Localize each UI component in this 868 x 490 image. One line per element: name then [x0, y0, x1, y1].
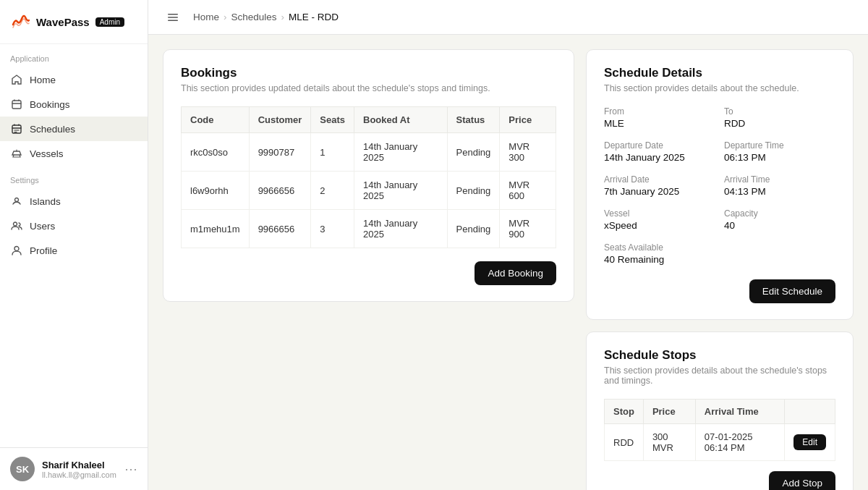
sidebar-item-schedules-label: Schedules	[30, 124, 75, 135]
main-area: Home › Schedules › MLE - RDD Bookings Th…	[148, 0, 868, 490]
content-area: Bookings This section provides updated d…	[148, 35, 868, 490]
svg-point-4	[14, 247, 19, 251]
schedule-details-grid: From MLE To RDD Departure Date 14th Janu…	[604, 106, 835, 265]
cell-status: Pending	[447, 210, 500, 248]
col-price: Price	[500, 107, 556, 133]
to-value: RDD	[724, 118, 835, 129]
col-status: Status	[447, 107, 500, 133]
arrival-time-label: Arrival Time	[724, 174, 835, 185]
sidebar-item-bookings[interactable]: Bookings	[0, 92, 148, 117]
to-label: To	[724, 106, 835, 117]
sidebar-item-vessels[interactable]: Vessels	[0, 141, 148, 166]
home-icon	[10, 73, 23, 86]
col-seats: Seats	[311, 107, 354, 133]
breadcrumb-home[interactable]: Home	[193, 12, 219, 22]
svg-rect-7	[168, 20, 178, 21]
stops-col-arrival-time: Arrival Time	[695, 400, 784, 424]
schedule-details-title: Schedule Details	[604, 66, 835, 80]
list-item: RDD 300 MVR 07-01-2025 06:14 PM Edit	[605, 424, 835, 461]
cell-booked-at: 14th January 2025	[354, 172, 448, 210]
departure-time-label: Departure Time	[724, 140, 835, 151]
cell-seats: 3	[311, 210, 354, 248]
detail-departure-time: Departure Time 06:13 PM	[724, 140, 835, 163]
user-email: ll.hawk.ll@gmail.com	[42, 470, 117, 479]
cell-customer: 9966656	[249, 172, 311, 210]
sidebar-item-islands[interactable]: Islands	[0, 189, 148, 214]
detail-to: To RDD	[724, 106, 835, 129]
cell-code: m1mehu1m	[182, 210, 250, 248]
table-row: l6w9orhh 9966656 2 14th January 2025 Pen…	[182, 172, 556, 210]
bookings-table: Code Customer Seats Booked At Status Pri…	[181, 106, 556, 248]
sidebar-item-home-label: Home	[30, 75, 56, 85]
svg-rect-6	[168, 17, 178, 18]
cell-seats: 2	[311, 172, 354, 210]
breadcrumb: Home › Schedules › MLE - RDD	[193, 12, 339, 22]
section-label-settings: Settings	[0, 166, 148, 189]
sidebar-item-schedules[interactable]: Schedules	[0, 117, 148, 141]
schedule-stops-title: Schedule Stops	[604, 348, 835, 363]
stop-cell-action: Edit	[785, 424, 835, 461]
schedule-stops-card: Schedule Stops This section provides det…	[586, 331, 854, 490]
right-panel: Schedule Details This section provides d…	[586, 49, 854, 476]
departure-time-value: 06:13 PM	[724, 152, 835, 163]
svg-rect-0	[12, 101, 21, 109]
bookings-card: Bookings This section provides updated d…	[163, 49, 574, 302]
islands-icon	[10, 195, 23, 208]
edit-stop-button[interactable]: Edit	[793, 434, 826, 450]
sidebar: WavePass Admin Application Home Bookings…	[0, 0, 148, 490]
add-booking-button[interactable]: Add Booking	[475, 261, 556, 285]
table-row: rkc0s0so 9990787 1 14th January 2025 Pen…	[182, 133, 556, 172]
cell-customer: 9966656	[249, 210, 311, 248]
sidebar-item-vessels-label: Vessels	[30, 148, 64, 159]
sidebar-nav: Application Home Bookings Schedules Vess…	[0, 44, 148, 263]
svg-point-2	[15, 198, 19, 202]
detail-arrival-date: Arrival Date 7th January 2025	[604, 174, 715, 197]
schedule-details-subtitle: This section provides details about the …	[604, 83, 835, 93]
seats-available-value: 40 Remaining	[604, 254, 715, 265]
user-name: Sharif Khaleel	[42, 460, 117, 470]
departure-date-value: 14th January 2025	[604, 152, 715, 163]
cell-seats: 1	[311, 133, 354, 172]
col-code: Code	[182, 107, 250, 133]
cell-booked-at: 14th January 2025	[354, 210, 448, 248]
arrival-time-value: 04:13 PM	[724, 186, 835, 197]
breadcrumb-schedules[interactable]: Schedules	[231, 12, 277, 22]
sidebar-item-users[interactable]: Users	[0, 214, 148, 238]
topbar: Home › Schedules › MLE - RDD	[148, 0, 868, 35]
breadcrumb-current: MLE - RDD	[289, 12, 339, 22]
cell-status: Pending	[447, 172, 500, 210]
stop-cell-price: 300 MVR	[643, 424, 695, 461]
breadcrumb-sep-1: ›	[224, 12, 227, 22]
stops-col-price: Price	[643, 400, 695, 424]
cell-code: rkc0s0so	[182, 133, 250, 172]
vessels-icon	[10, 147, 23, 160]
more-options-icon[interactable]: ⋯	[124, 461, 137, 477]
avatar: SK	[10, 457, 35, 481]
sidebar-item-profile[interactable]: Profile	[0, 238, 148, 263]
sidebar-item-users-label: Users	[30, 221, 55, 232]
user-area: SK Sharif Khaleel ll.hawk.ll@gmail.com ⋯	[0, 447, 148, 490]
sidebar-toggle-button[interactable]	[163, 7, 183, 28]
profile-icon	[10, 244, 23, 257]
sidebar-item-home[interactable]: Home	[0, 67, 148, 92]
stops-table: Stop Price Arrival Time RDD 300 MVR 07-0…	[604, 399, 835, 461]
schedule-details-card: Schedule Details This section provides d…	[586, 49, 854, 320]
cell-price: MVR 900	[500, 210, 556, 248]
arrival-date-value: 7th January 2025	[604, 186, 715, 197]
bookings-subtitle: This section provides updated details ab…	[181, 83, 556, 93]
stop-cell-stop: RDD	[605, 424, 644, 461]
add-stop-button[interactable]: Add Stop	[769, 471, 835, 490]
cell-price: MVR 600	[500, 172, 556, 210]
breadcrumb-sep-2: ›	[281, 12, 285, 22]
bookings-icon	[10, 98, 23, 111]
seats-available-label: Seats Available	[604, 242, 715, 253]
logo-area: WavePass Admin	[0, 0, 148, 44]
stops-col-stop: Stop	[605, 400, 644, 424]
sidebar-item-islands-label: Islands	[30, 196, 61, 207]
schedule-stops-subtitle: This section provides details about the …	[604, 366, 835, 386]
detail-arrival-time: Arrival Time 04:13 PM	[724, 174, 835, 197]
sidebar-item-profile-label: Profile	[30, 245, 57, 256]
user-info: Sharif Khaleel ll.hawk.ll@gmail.com	[42, 460, 117, 479]
edit-schedule-button[interactable]: Edit Schedule	[749, 279, 835, 303]
col-customer: Customer	[249, 107, 311, 133]
